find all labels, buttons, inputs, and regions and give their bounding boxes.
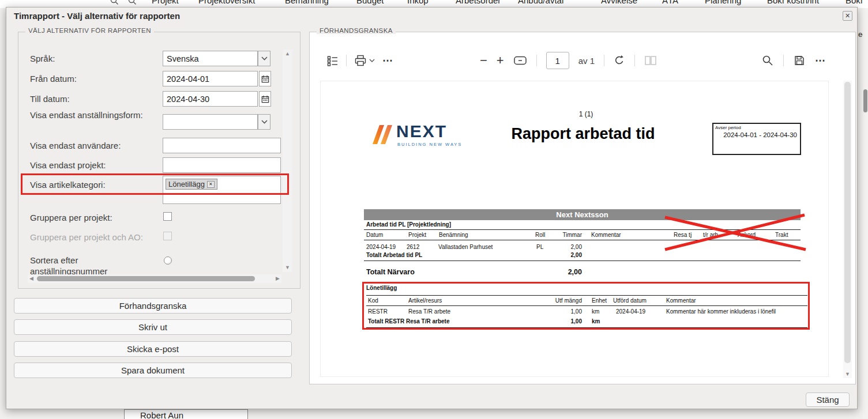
nav-item-avvikelse[interactable]: Avvikelse bbox=[601, 0, 637, 5]
search-icon[interactable] bbox=[762, 55, 773, 66]
preview-legend: FÖRHANDSGRANSKA bbox=[317, 27, 396, 34]
save-icon[interactable] bbox=[794, 55, 805, 66]
gruppera-projekt-ao-checkbox bbox=[163, 232, 172, 240]
col-header: Ackord bbox=[738, 232, 756, 238]
sortera-radio[interactable] bbox=[164, 256, 172, 265]
nav-item-anbud-avtal[interactable]: Anbud/avtal bbox=[518, 0, 563, 5]
sprak-select[interactable]: Svenska bbox=[163, 51, 258, 66]
nav-item-projektoversikt[interactable]: Projektöversikt bbox=[198, 0, 255, 5]
anstallningsform-select[interactable] bbox=[163, 114, 258, 130]
sprak-dropdown-button[interactable] bbox=[258, 51, 270, 66]
zoom-in-icon[interactable]: + bbox=[497, 55, 504, 66]
nav-item-inkop[interactable]: Inköp bbox=[407, 0, 429, 5]
anstallningsform-label: Visa endast anställningsform: bbox=[30, 110, 158, 120]
print-icon bbox=[354, 54, 367, 67]
col-header: Projekt bbox=[408, 232, 426, 238]
preview-toolbar: ⋯ − + 1 av 1 bbox=[310, 52, 855, 69]
table-cell: 2024-04-19 bbox=[616, 308, 645, 315]
table-cell: km bbox=[592, 308, 599, 315]
nav-item-planering[interactable]: Planering bbox=[705, 0, 741, 5]
anvandare-input[interactable] bbox=[163, 138, 281, 153]
skicka-epost-button[interactable]: Skicka e-post bbox=[14, 341, 292, 357]
fran-datum-calendar-button[interactable] bbox=[259, 71, 271, 86]
col-header: Utförd datum bbox=[613, 297, 647, 304]
next-logo-icon bbox=[370, 123, 395, 146]
page-scrollbar-thumb[interactable] bbox=[863, 89, 867, 112]
col-header: Kommentar bbox=[666, 297, 696, 304]
thumbnails-icon[interactable] bbox=[327, 55, 339, 66]
col-header: Datum bbox=[366, 232, 383, 238]
page-count-label: av 1 bbox=[578, 56, 595, 66]
artikelkategori-tag[interactable]: Lönetillägg ✕ bbox=[166, 179, 217, 190]
preview-scrollbar[interactable]: ▼ bbox=[843, 81, 852, 378]
toolbar-divider bbox=[783, 55, 784, 66]
scroll-left-icon[interactable]: ◀ bbox=[29, 276, 33, 281]
nav-item-projekt[interactable]: Projekt bbox=[152, 0, 179, 5]
zoom-out-icon[interactable]: − bbox=[480, 55, 487, 66]
report-options-group: VÄLJ ALTERNATIV FÖR RAPPORTEN Språk: Sve… bbox=[18, 32, 300, 289]
logo-tagline: BUILDING NEW WAYS bbox=[397, 142, 462, 147]
stang-button[interactable]: Stäng bbox=[806, 392, 850, 407]
rotate-icon[interactable] bbox=[614, 55, 625, 66]
search-icon[interactable] bbox=[110, 0, 119, 5]
toolbar-divider bbox=[604, 55, 604, 66]
fit-width-icon[interactable] bbox=[513, 55, 527, 66]
page-number-input[interactable]: 1 bbox=[546, 52, 569, 69]
toolbar-divider bbox=[634, 55, 635, 66]
sprak-label: Språk: bbox=[30, 53, 158, 64]
preview-group: FÖRHANDSGRANSKA ⋯ − + 1 bbox=[309, 32, 856, 384]
nav-item-bemanning[interactable]: Bemanning bbox=[285, 0, 329, 5]
page-scrollbar[interactable] bbox=[863, 8, 868, 419]
report-title: Rapport arbetad tid bbox=[476, 125, 690, 143]
nav-item-arbetsorder[interactable]: Arbetsorder bbox=[456, 0, 501, 5]
col-header: Benämning bbox=[439, 232, 468, 238]
sortera-label: Sortera efter anställningsnummer bbox=[30, 255, 148, 277]
nav-item-ata[interactable]: ÄTA bbox=[662, 0, 678, 5]
preview-scrollbar-thumb[interactable] bbox=[844, 82, 851, 363]
fran-datum-input[interactable]: 2024-04-01 bbox=[163, 71, 258, 86]
print-options-chevron-icon[interactable] bbox=[369, 59, 375, 63]
more-options-icon[interactable]: ⋯ bbox=[382, 55, 393, 66]
scroll-down-icon[interactable]: ▼ bbox=[845, 372, 850, 377]
print-button[interactable] bbox=[354, 54, 375, 67]
toolbar-divider bbox=[536, 55, 537, 66]
table-rule bbox=[366, 327, 807, 328]
till-datum-input[interactable]: 2024-04-30 bbox=[163, 91, 258, 107]
forhandsgranska-button[interactable]: Förhandsgranska bbox=[14, 298, 292, 314]
search-icon[interactable] bbox=[128, 0, 137, 5]
col-header: Resa tj bbox=[674, 232, 692, 238]
anstallningsform-dropdown-button[interactable] bbox=[258, 114, 270, 130]
close-icon[interactable]: ✕ bbox=[843, 11, 852, 21]
chevron-down-icon bbox=[261, 56, 268, 61]
skriv-ut-button[interactable]: Skriv ut bbox=[14, 319, 292, 335]
table-cell: RESTR bbox=[368, 308, 388, 315]
options-horizontal-scrollbar[interactable]: ◀ ▶ bbox=[28, 274, 281, 283]
table-rule bbox=[366, 295, 807, 296]
options-vertical-scrollbar[interactable]: ▲ ▼ bbox=[283, 50, 292, 272]
scroll-up-icon[interactable]: ▲ bbox=[285, 51, 290, 56]
table-total-label: Totalt Arbetad tid PL bbox=[366, 252, 422, 258]
scrollbar-thumb[interactable] bbox=[37, 276, 255, 281]
nav-item-bokf[interactable]: Bokf bbox=[846, 0, 863, 5]
projekt-input[interactable] bbox=[163, 157, 281, 173]
col-header: Kod bbox=[368, 297, 378, 304]
till-datum-calendar-button[interactable] bbox=[259, 91, 271, 107]
scroll-down-icon[interactable]: ▼ bbox=[285, 265, 290, 270]
logo-wordmark: NEXT bbox=[396, 122, 447, 141]
table-total-label: Totalt RESTR Resa T/R arbete bbox=[368, 318, 450, 324]
scroll-right-icon[interactable]: ▶ bbox=[276, 276, 280, 281]
gruppera-projekt-checkbox[interactable] bbox=[163, 212, 172, 221]
narvaro-total-value: 2,00 bbox=[568, 268, 582, 276]
employee-band: Next Nextsson bbox=[364, 209, 801, 220]
tag-remove-icon[interactable]: ✕ bbox=[207, 181, 215, 188]
table-rule bbox=[364, 240, 801, 240]
spara-dokument-button[interactable]: Spara dokument bbox=[14, 363, 292, 378]
nav-item-budget[interactable]: Budget bbox=[356, 0, 384, 5]
nav-item-bokf-kostn[interactable]: Bokf kostn/int bbox=[767, 0, 819, 5]
report-page-indicator: 1 (1) bbox=[563, 110, 609, 118]
col-header: t/r arb bbox=[703, 232, 718, 238]
table-cell: PL bbox=[536, 244, 543, 250]
projekt-label: Visa endast projekt: bbox=[30, 160, 158, 171]
artikelkategori-input[interactable]: Lönetillägg ✕ bbox=[163, 176, 281, 204]
preview-more-icon[interactable]: ⋯ bbox=[815, 55, 825, 66]
